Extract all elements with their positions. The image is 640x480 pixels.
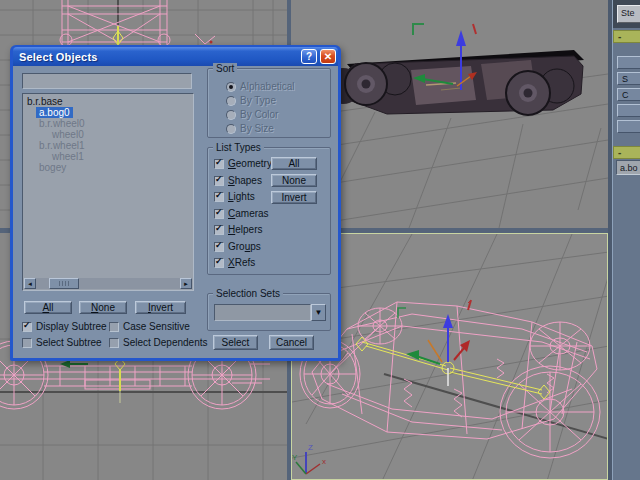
max-application-window: Z x Y Ste - S C - a.bo Select Objects ? (0, 0, 640, 480)
types-all-button[interactable]: All (271, 157, 317, 170)
checkbox-cameras[interactable]: ✓ Cameras (214, 208, 269, 219)
bone-chain (356, 337, 550, 399)
command-panel: Ste - S C - a.bo (608, 0, 640, 480)
help-button[interactable]: ? (301, 49, 317, 64)
shaded-bogie-model (325, 50, 584, 115)
list-item[interactable]: b.r.wheel0 (23, 118, 193, 129)
selection-sets-group: Selection Sets ▼ (207, 293, 331, 331)
checkbox-xrefs[interactable]: ✓ XRefs (214, 257, 255, 268)
list-item-selected[interactable]: a.bog0 (23, 107, 193, 118)
panel-button-3[interactable]: C (617, 88, 640, 101)
scroll-left-button[interactable]: ◄ (24, 278, 36, 289)
radio-by-size[interactable]: By Size (226, 123, 274, 134)
checkbox-groups[interactable]: ✓ Groups (214, 241, 261, 252)
selection-sets-label: Selection Sets (213, 288, 283, 299)
scroll-right-icon: ► (183, 281, 189, 287)
panel-highlight (612, 0, 613, 480)
checkbox-geometry[interactable]: ✓ Geometry (214, 158, 272, 169)
scroll-right-button[interactable]: ► (180, 278, 192, 289)
scrollbar-track[interactable] (36, 278, 180, 289)
checkbox-lights[interactable]: ✓ Lights (214, 191, 255, 202)
select-objects-dialog: Select Objects ? ✕ b.r.base a.bog0 b.r.w… (10, 45, 341, 361)
help-icon: ? (306, 52, 312, 62)
close-icon: ✕ (324, 52, 332, 62)
select-button[interactable]: Select (213, 335, 258, 350)
selection-sets-combo[interactable]: ▼ (214, 304, 326, 321)
scroll-left-icon: ◄ (27, 281, 33, 287)
checkbox-shapes[interactable]: ✓ Shapes (214, 175, 262, 186)
sort-group: Sort Alphabetical By Type By Color By Si… (207, 68, 331, 138)
invert-button[interactable]: Invert (135, 301, 186, 314)
svg-text:x: x (322, 457, 326, 466)
cancel-button[interactable]: Cancel (269, 335, 314, 350)
dialog-title: Select Objects (13, 51, 301, 63)
radio-by-type[interactable]: By Type (226, 95, 276, 106)
checkbox-select-subtree[interactable]: Select Subtree (22, 337, 102, 348)
radio-by-color[interactable]: By Color (226, 109, 278, 120)
rollout-header-object-type[interactable]: - (613, 30, 640, 43)
combo-dropdown-button[interactable]: ▼ (311, 304, 326, 321)
checkbox-case-sensitive[interactable]: Case Sensitive (109, 321, 190, 332)
radio-alphabetical[interactable]: Alphabetical (226, 81, 294, 92)
list-item[interactable]: b.r.wheel1 (23, 140, 193, 151)
list-item[interactable]: bogey (23, 162, 193, 173)
svg-text:Z: Z (308, 443, 313, 452)
list-item[interactable]: wheel0 (23, 129, 193, 140)
panel-button-2[interactable]: S (617, 72, 640, 85)
name-filter-input[interactable] (22, 73, 192, 89)
rollout-header-name-color[interactable]: - (613, 146, 640, 159)
dialog-titlebar[interactable]: Select Objects ? ✕ (13, 47, 338, 66)
scrollbar-grip (59, 281, 69, 286)
dialog-body: b.r.base a.bog0 b.r.wheel0 wheel0 b.r.wh… (13, 66, 338, 358)
close-button[interactable]: ✕ (320, 49, 336, 64)
panel-button-5[interactable] (617, 120, 640, 133)
sort-group-label: Sort (213, 63, 237, 74)
object-category-dropdown[interactable]: Ste (617, 5, 640, 23)
svg-text:Y: Y (292, 453, 298, 462)
object-name-field[interactable]: a.bo (616, 160, 640, 175)
types-invert-button[interactable]: Invert (271, 191, 317, 204)
combo-value (214, 304, 311, 321)
list-types-group: List Types ✓ Geometry ✓ Shapes ✓ Lights … (207, 147, 331, 275)
list-item[interactable]: wheel1 (23, 151, 193, 162)
wireframe-front-view (60, 0, 215, 50)
panel-button-4[interactable] (617, 104, 640, 117)
horizontal-scrollbar[interactable]: ◄ ► (24, 278, 192, 289)
types-none-button[interactable]: None (271, 174, 317, 187)
list-types-group-label: List Types (213, 142, 264, 153)
check-icon: ✓ (215, 157, 223, 167)
scrollbar-thumb[interactable] (49, 278, 79, 289)
viewport-axis-tripod: Z x Y (292, 443, 326, 474)
checkbox-display-subtree[interactable]: ✓ Display Subtree (22, 321, 107, 332)
panel-button-1[interactable] (617, 56, 640, 69)
object-listbox[interactable]: b.r.base a.bog0 b.r.wheel0 wheel0 b.r.wh… (22, 93, 194, 291)
chevron-down-icon: ▼ (315, 308, 323, 317)
checkbox-helpers[interactable]: ✓ Helpers (214, 224, 262, 235)
none-button[interactable]: None (79, 301, 127, 314)
checkbox-select-dependents[interactable]: Select Dependents (109, 337, 208, 348)
list-item[interactable]: b.r.base (23, 96, 193, 107)
all-button[interactable]: All (24, 301, 72, 314)
